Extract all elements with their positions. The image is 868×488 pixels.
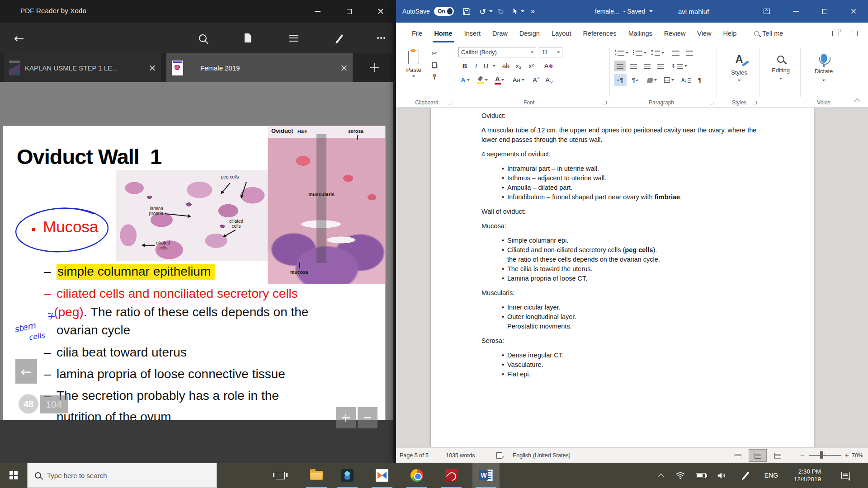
align-right-button[interactable]: [641, 61, 653, 71]
pdf-minimize-button[interactable]: [307, 0, 328, 23]
pdf-search-button[interactable]: [190, 23, 215, 53]
shrink-font-button[interactable]: A: [543, 74, 554, 86]
tab-review[interactable]: Review: [658, 23, 692, 44]
tab-view[interactable]: View: [691, 23, 717, 44]
line-spacing-button[interactable]: ↕: [671, 61, 687, 71]
word-minimize-button[interactable]: [781, 0, 810, 23]
tell-me-search[interactable]: Tell me: [754, 23, 783, 44]
photos-app-button[interactable]: [334, 463, 361, 488]
pdf-new-tab-button[interactable]: [360, 53, 390, 82]
document-title[interactable]: female... - Saved: [595, 0, 653, 23]
tab-references[interactable]: References: [577, 23, 622, 44]
cut-button[interactable]: ✂: [429, 49, 440, 58]
collapse-ribbon-button[interactable]: [854, 99, 860, 104]
volume-button[interactable]: [712, 463, 731, 488]
read-mode-button[interactable]: [729, 449, 747, 462]
ltr-paragraph-button[interactable]: ▸¶: [614, 74, 627, 86]
borders-button[interactable]: [662, 74, 676, 86]
editing-button[interactable]: Editing: [762, 48, 799, 87]
dictate-button[interactable]: Dictate: [804, 48, 844, 87]
tab-close-icon[interactable]: [149, 65, 156, 71]
align-left-button[interactable]: [614, 61, 626, 71]
word-maximize-button[interactable]: [810, 0, 839, 23]
undo-dropdown[interactable]: [489, 0, 493, 23]
clipboard-dialog-launcher[interactable]: [448, 101, 452, 104]
format-painter-button[interactable]: [429, 72, 440, 81]
tab-insert[interactable]: Insert: [458, 23, 486, 44]
tab-layout[interactable]: Layout: [546, 23, 577, 44]
comments-button[interactable]: [845, 23, 863, 44]
word-count[interactable]: 1035 words: [446, 448, 475, 463]
tray-expand-button[interactable]: [653, 463, 669, 488]
styles-dialog-launcher[interactable]: [753, 101, 757, 104]
shading-button[interactable]: [645, 74, 659, 86]
align-center-button[interactable]: [627, 61, 639, 71]
account-user[interactable]: avi mahluf: [678, 0, 709, 23]
pdf-outline-button[interactable]: [281, 23, 307, 53]
wifi-button[interactable]: [672, 463, 689, 488]
paragraph-dialog-launcher[interactable]: [710, 101, 713, 104]
font-dialog-launcher[interactable]: [603, 101, 607, 104]
styles-button[interactable]: A Styles: [720, 48, 759, 87]
proofing-errors-button[interactable]: [496, 448, 502, 463]
file-explorer-button[interactable]: [303, 463, 330, 488]
pdf-page-view-button[interactable]: [235, 23, 260, 53]
pen-button[interactable]: [737, 463, 755, 488]
word-taskbar-button[interactable]: W: [472, 463, 500, 488]
previous-page-button[interactable]: ←: [15, 359, 37, 384]
sort-button[interactable]: A↓: [680, 74, 693, 86]
pdf-tab-female2019[interactable]: Female 2019: [166, 53, 353, 82]
pdf-maximize-button[interactable]: [338, 0, 360, 23]
change-case-button[interactable]: Aa: [511, 74, 526, 86]
numbered-list-button[interactable]: [632, 48, 647, 58]
highlight-color-button[interactable]: [476, 74, 489, 86]
taskbar-search[interactable]: Type here to search: [27, 463, 217, 488]
italic-button[interactable]: I: [471, 61, 481, 71]
share-button[interactable]: [826, 23, 845, 44]
decrease-indent-button[interactable]: [670, 48, 682, 58]
zoom-in-button[interactable]: +: [844, 448, 849, 463]
pdf-back-button[interactable]: ←: [6, 23, 32, 53]
task-view-button[interactable]: [267, 463, 294, 488]
pdf-close-button[interactable]: [370, 0, 392, 23]
zoom-out-button[interactable]: [358, 407, 377, 428]
save-button[interactable]: [463, 0, 471, 23]
print-layout-button[interactable]: [749, 449, 767, 462]
current-page-indicator[interactable]: 48: [18, 394, 39, 414]
undo-button[interactable]: ↺: [479, 0, 486, 23]
autosave-toggle[interactable]: On: [434, 0, 454, 23]
touch-mode-button[interactable]: [512, 0, 524, 23]
redo-button[interactable]: ↻: [497, 0, 504, 23]
pdf-tab-kaplan[interactable]: KAPLAN USMLE STEP 1 LE...: [4, 53, 161, 82]
tab-help[interactable]: Help: [717, 23, 743, 44]
pdf-canvas[interactable]: Oviduct Wall 1 • Mucosa peg cells lamina…: [0, 82, 393, 463]
font-color-button[interactable]: A: [493, 74, 506, 86]
justify-button[interactable]: [655, 61, 666, 71]
zoom-slider-thumb[interactable]: [820, 451, 823, 459]
paste-button[interactable]: Paste: [402, 47, 425, 80]
tab-mailings[interactable]: Mailings: [623, 23, 658, 44]
underline-button[interactable]: U: [481, 61, 491, 71]
subscript-button[interactable]: x₂: [513, 61, 524, 71]
font-name-combo[interactable]: Calibri (Body): [458, 47, 536, 57]
increase-indent-button[interactable]: [684, 48, 695, 58]
grow-font-button[interactable]: A: [531, 74, 542, 86]
bullet-list-button[interactable]: [614, 48, 629, 58]
zoom-in-button[interactable]: [336, 407, 356, 428]
start-button[interactable]: [0, 463, 27, 488]
acrobat-button[interactable]: [438, 463, 465, 488]
tab-draw[interactable]: Draw: [486, 23, 514, 44]
underline-dropdown[interactable]: [491, 61, 497, 71]
font-size-combo[interactable]: 11: [539, 47, 562, 57]
document-page[interactable]: Oviduct: A muscular tube of 12 cm. the u…: [431, 108, 814, 447]
tab-close-icon[interactable]: [340, 65, 347, 71]
pdf-more-button[interactable]: [365, 23, 391, 53]
battery-button[interactable]: [692, 463, 710, 488]
language-button[interactable]: ENG: [760, 463, 783, 488]
zoom-level[interactable]: 70%: [852, 448, 863, 463]
zoom-out-button[interactable]: −: [800, 448, 805, 463]
action-center-button[interactable]: [835, 463, 856, 488]
clear-formatting-button[interactable]: A: [542, 61, 555, 71]
tab-file[interactable]: File: [406, 23, 428, 44]
ribbon-display-options-button[interactable]: [752, 0, 781, 23]
